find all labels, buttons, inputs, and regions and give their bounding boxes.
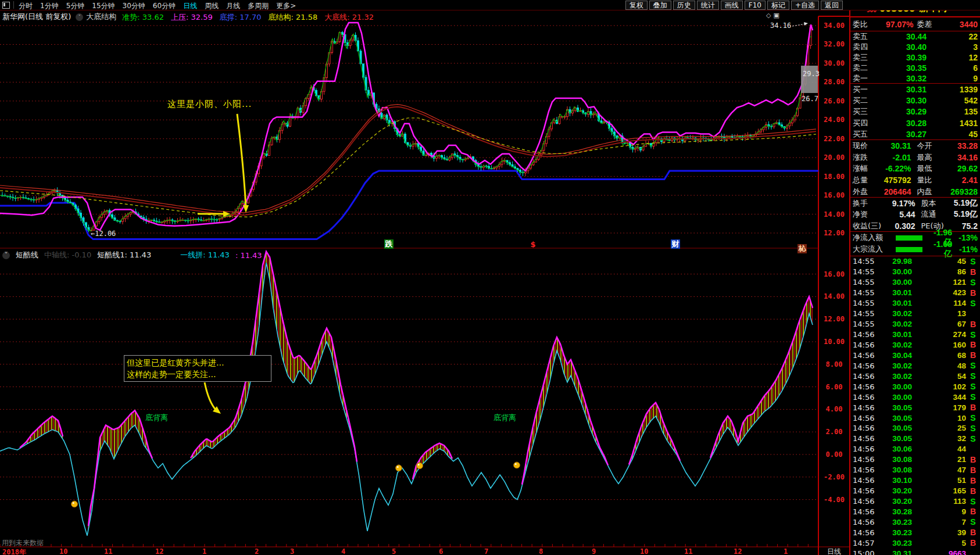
tick-row[interactable]: 14:5630.0644 [850, 444, 980, 454]
tick-row[interactable]: 14:5530.01114S [850, 298, 980, 309]
weibi-label: 委比 [853, 19, 868, 30]
tick-row[interactable]: 14:5630.00102S [850, 381, 980, 392]
period-tab-60分钟[interactable]: 60分钟 [153, 2, 176, 10]
tick-row[interactable]: 14:5630.0468B [850, 350, 980, 360]
gray-box-price2: 26.7 [802, 95, 818, 103]
menu-button-F10[interactable]: F10 [745, 1, 766, 10]
tick-row[interactable]: 14:5530.0086B [850, 267, 980, 277]
bid-row[interactable]: 买四30.281431 [850, 117, 980, 128]
layout-icon[interactable]: ▣ [773, 12, 781, 19]
tick-row[interactable]: 14:5530.0213 [850, 309, 980, 319]
tick-row[interactable]: 14:5630.01274S [850, 330, 980, 340]
tick-row[interactable]: 14:5630.00344S [850, 392, 980, 402]
tick-row[interactable]: 14:5630.0254S [850, 371, 980, 381]
tick-row[interactable]: 14:5730.235B [850, 538, 980, 548]
bid-row[interactable]: 买一30.311339 [850, 84, 980, 95]
fundamental-row: 换手9.17%股本5.19亿 [850, 198, 980, 209]
tick-row[interactable]: 14:5630.05179B [850, 402, 980, 413]
seal-$: $ [528, 240, 538, 249]
sub-field-dim: 中轴线: -0.10 [44, 250, 91, 260]
chart-corner-icons[interactable]: ◇▣ [766, 12, 782, 19]
tick-row[interactable]: 14:5630.0525S [850, 423, 980, 434]
tick-row[interactable]: 15:0030.319663 [850, 548, 980, 555]
main-y-label: 14.00 [820, 210, 848, 219]
indicator-field-底结构: 底结构: 21.58 [268, 13, 317, 22]
tick-row[interactable]: 14:5630.20165B [850, 486, 980, 496]
tick-row[interactable]: 14:5530.0267B [850, 319, 980, 330]
tick-row[interactable]: 14:5529.9845S [850, 256, 980, 267]
ask-row[interactable]: 卖四30.403 [850, 42, 980, 52]
menu-button-标记[interactable]: 标记 [767, 1, 789, 10]
indicator-values: 准势: 33.62上压: 32.59底撑: 17.70底结构: 21.58大底线… [122, 11, 381, 23]
tick-row[interactable]: 14:5630.0248S [850, 360, 980, 371]
indicator-name[interactable]: 大底结构 [86, 12, 116, 22]
bid-row[interactable]: 买五30.2745 [850, 129, 980, 140]
diamond-icon[interactable]: ◇ [766, 12, 773, 19]
ask-row[interactable]: 卖三30.3912 [850, 52, 980, 63]
main-y-label: 18.00 [820, 173, 848, 181]
tick-row[interactable]: 14:5530.00121S [850, 277, 980, 288]
period-tab-分时[interactable]: 分时 [19, 2, 33, 10]
period-tab-月线[interactable]: 月线 [226, 2, 240, 10]
menu-button-返回[interactable]: 返回 [821, 1, 843, 10]
sub-y-label: -4.00 [820, 496, 848, 504]
tick-row[interactable]: 14:5630.2339B [850, 527, 980, 538]
menu-button-历史[interactable]: 历史 [673, 1, 695, 10]
month-label: 4 [341, 547, 345, 555]
tick-list[interactable]: 14:5529.9845S14:5530.0086B14:5530.00121S… [850, 256, 980, 555]
seal-财: 财 [671, 239, 680, 249]
menu-button-+自选[interactable]: +自选 [791, 1, 819, 10]
indicator-field-底撑: 底撑: 17.70 [220, 13, 262, 22]
sub-y-label: 6.00 [820, 383, 848, 391]
period-tab-日线[interactable]: 日线 [183, 2, 197, 10]
tick-row[interactable]: 14:5630.0847B [850, 465, 980, 475]
tick-row[interactable]: 14:5630.0532S [850, 434, 980, 444]
tick-row[interactable]: 14:5630.0510S [850, 413, 980, 423]
money-flow: 净流入额-1.96亿-13%大宗流入-1.68亿-11% [850, 231, 980, 256]
chevron-down-icon[interactable]: ˅ [76, 13, 83, 21]
menu-button-统计[interactable]: 统计 [697, 1, 719, 10]
chart-title-row: 新华网(日线 前复权) ˅ 大底结构 准势: 33.62上压: 32.59底撑:… [2, 12, 381, 22]
tick-row[interactable]: 14:5630.1051B [850, 475, 980, 486]
main-y-label: 24.00 [820, 116, 848, 124]
bid-row[interactable]: 买三30.29135 [850, 106, 980, 117]
tick-row[interactable]: 14:5630.20113S [850, 496, 980, 507]
chevron-down-icon[interactable]: ˅ [2, 252, 10, 259]
sub-y-label: 16.00 [820, 270, 848, 278]
sub-field-2: 一线拼: 11.43 [180, 250, 230, 260]
sub-field-1: 短酷线1: 11.43 [97, 250, 151, 260]
ask-row[interactable]: 卖五30.4422 [850, 31, 980, 42]
tick-row[interactable]: 14:5630.289B [850, 507, 980, 517]
period-tab-30分钟[interactable]: 30分钟 [123, 2, 145, 10]
annotation-note2-box: 但这里已是红黄齐头并进... 这样的走势一定要关注... [124, 355, 271, 382]
menu-separator [13, 1, 14, 9]
month-label: 3 [290, 547, 294, 555]
ask-row[interactable]: 卖二30.356 [850, 63, 980, 73]
main-y-label: 22.00 [820, 135, 848, 143]
ask-row[interactable]: 卖一30.329 [850, 73, 980, 84]
bid-row[interactable]: 买二30.30542 [850, 95, 980, 106]
menu-button-画线[interactable]: 画线 [721, 1, 743, 10]
period-tab-更多>[interactable]: 更多> [276, 2, 296, 10]
fundamental-row: 净资5.44流通5.19亿 [850, 209, 980, 221]
period-tab-1分钟[interactable]: 1分钟 [40, 2, 59, 10]
sub-indicator-name[interactable]: 短酷线 [16, 250, 38, 260]
period-tab-15分钟[interactable]: 15分钟 [92, 2, 115, 10]
period-tab-多周期[interactable]: 多周期 [248, 2, 269, 10]
period-tab-5分钟[interactable]: 5分钟 [66, 2, 85, 10]
menu-button-叠加[interactable]: 叠加 [649, 1, 671, 10]
sub-y-label: 0.00 [820, 450, 848, 459]
sub-y-label: 14.00 [820, 292, 848, 300]
tick-row[interactable]: 14:5530.01423B [850, 288, 980, 298]
period-tab-周线[interactable]: 周线 [205, 2, 219, 10]
month-label: 12 [155, 547, 163, 555]
low-price-label: ←12.06 [91, 230, 116, 238]
tick-row[interactable]: 14:5630.0821B [850, 454, 980, 465]
tick-row[interactable]: 14:5630.237S [850, 517, 980, 527]
menu-button-复权[interactable]: 复权 [625, 1, 648, 10]
sub-field-3: : 11.43 [235, 251, 262, 260]
tick-row[interactable]: 14:5630.02160B [850, 340, 980, 350]
window-icon[interactable] [2, 2, 10, 9]
weicha-label: 委差 [917, 19, 932, 30]
month-label: 6 [439, 547, 443, 555]
